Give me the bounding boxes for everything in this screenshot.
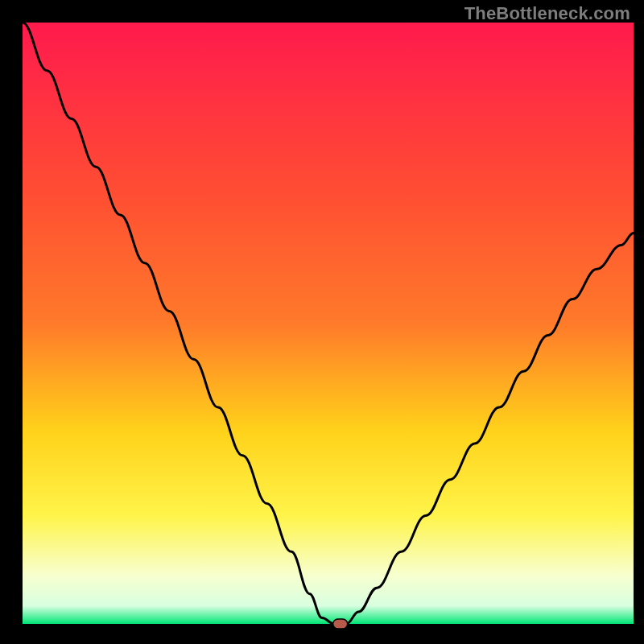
bottleneck-chart <box>0 0 644 644</box>
watermark-text: TheBottleneck.com <box>464 3 630 24</box>
optimum-marker <box>333 619 348 629</box>
chart-frame: TheBottleneck.com <box>0 0 644 644</box>
svg-rect-0 <box>23 23 634 624</box>
